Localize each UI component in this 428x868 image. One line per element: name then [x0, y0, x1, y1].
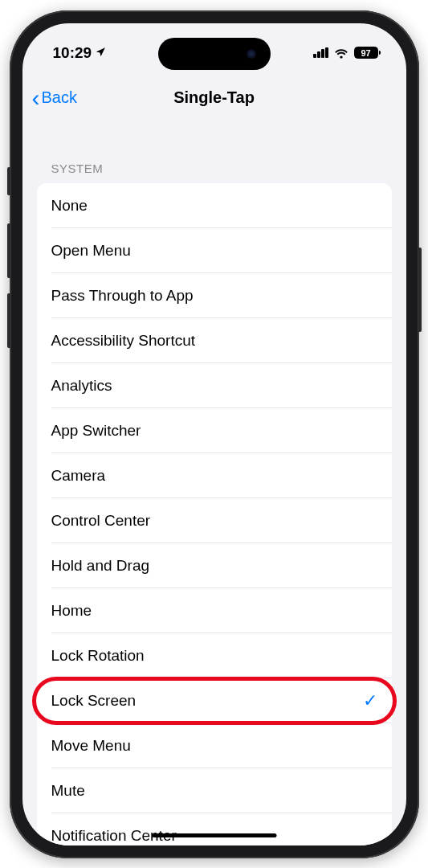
navigation-bar: ‹ Back Single-Tap: [22, 73, 406, 123]
list-item-label: Lock Screen: [51, 692, 137, 710]
battery-level: 97: [361, 48, 370, 58]
list-item-label: Mute: [51, 782, 85, 800]
list-item-label: Camera: [51, 467, 106, 485]
home-indicator[interactable]: [152, 833, 276, 837]
content-area: SYSTEM NoneOpen MenuPass Through to AppA…: [22, 123, 406, 845]
list-item-label: None: [51, 197, 88, 215]
list-item-label: Accessibility Shortcut: [51, 332, 196, 350]
settings-list: NoneOpen MenuPass Through to AppAccessib…: [37, 183, 392, 845]
wifi-icon: [334, 47, 349, 59]
volume-down-button: [7, 293, 10, 348]
list-item[interactable]: Lock Screen✓: [37, 678, 392, 723]
list-item[interactable]: Mute: [37, 768, 392, 813]
cellular-signal-icon: [313, 47, 328, 58]
power-button: [418, 248, 422, 332]
back-label: Back: [42, 88, 77, 107]
status-right: 97: [313, 47, 381, 59]
list-item[interactable]: App Switcher: [37, 408, 392, 453]
list-item[interactable]: Move Menu: [37, 723, 392, 768]
list-item[interactable]: Open Menu: [37, 228, 392, 273]
volume-up-button: [7, 223, 10, 278]
list-item[interactable]: None: [37, 183, 392, 228]
list-item[interactable]: Notification Center: [37, 813, 392, 845]
list-item-label: Pass Through to App: [51, 287, 194, 305]
page-title: Single-Tap: [22, 88, 406, 107]
list-item-label: Open Menu: [51, 242, 131, 260]
status-left: 10:29: [53, 44, 107, 62]
section-header: SYSTEM: [37, 123, 392, 183]
list-item[interactable]: Control Center: [37, 498, 392, 543]
back-button[interactable]: ‹ Back: [32, 86, 77, 110]
list-item[interactable]: Pass Through to App: [37, 273, 392, 318]
dynamic-island: [158, 38, 271, 70]
list-item[interactable]: Lock Rotation: [37, 633, 392, 678]
list-item[interactable]: Hold and Drag: [37, 543, 392, 588]
list-item[interactable]: Camera: [37, 453, 392, 498]
list-item[interactable]: Home: [37, 588, 392, 633]
list-item-label: Move Menu: [51, 737, 131, 755]
ringer-switch: [7, 167, 10, 195]
list-item[interactable]: Accessibility Shortcut: [37, 318, 392, 363]
list-item-label: App Switcher: [51, 422, 141, 440]
screen: 10:29 97: [22, 23, 406, 845]
list-item-label: Lock Rotation: [51, 647, 145, 665]
location-icon: [95, 44, 106, 62]
status-time: 10:29: [53, 44, 92, 62]
list-item-label: Control Center: [51, 512, 151, 530]
list-item-label: Hold and Drag: [51, 557, 150, 575]
list-item-label: Analytics: [51, 377, 112, 395]
battery-icon: 97: [354, 47, 381, 59]
chevron-left-icon: ‹: [32, 86, 40, 110]
checkmark-icon: ✓: [363, 690, 377, 711]
phone-frame: 10:29 97: [10, 10, 419, 858]
list-item[interactable]: Analytics: [37, 363, 392, 408]
list-item-label: Home: [51, 602, 92, 620]
